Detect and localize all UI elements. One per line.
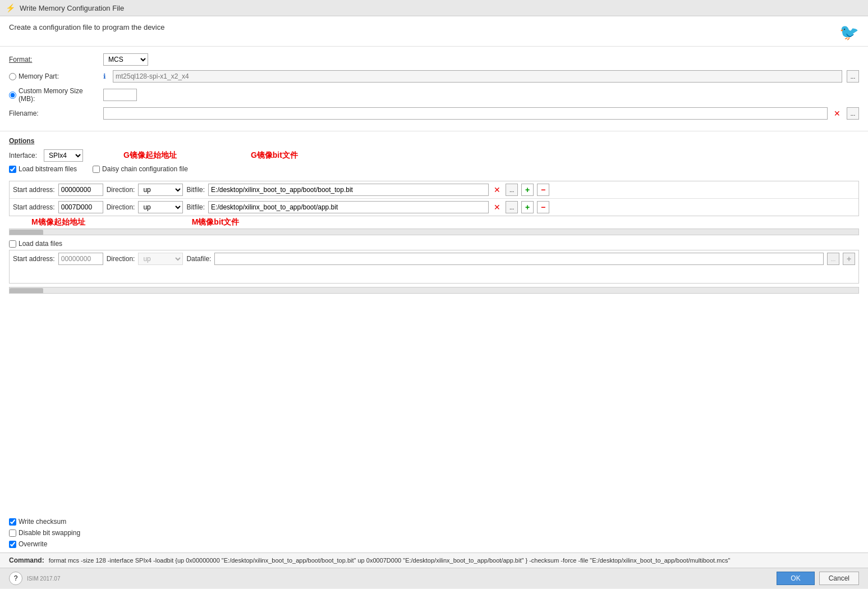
command-label: Command: — [9, 556, 44, 564]
footer-bar: ? ISIM 2017.07 OK Cancel — [0, 568, 868, 588]
start-addr-label-2: Start address: — [13, 203, 55, 211]
data-start-addr-input — [58, 253, 103, 265]
dialog-description: Create a configuration file to program t… — [9, 23, 165, 31]
command-text: format mcs -size 128 -interface SPIx4 -l… — [49, 557, 859, 564]
load-data-files-checkbox-label: Load data files — [9, 240, 859, 248]
data-files-table: Start address: Direction: up Datafile: .… — [9, 250, 859, 284]
m-bit-file-annotation: M镜像bit文件 — [192, 217, 240, 227]
filename-input[interactable]: E:/desktop/xilinx_boot_to_app/boot/multi… — [103, 107, 828, 120]
start-addr-input-2[interactable] — [58, 201, 103, 213]
dots-icon: ... — [851, 74, 855, 80]
disable-bit-swapping-label: Disable bit swapping — [9, 529, 859, 537]
bitfile-add-btn-1[interactable]: + — [521, 184, 534, 196]
bitstream-container: Start address: Direction: up down Bitfil… — [9, 179, 859, 227]
load-data-files-checkbox[interactable] — [9, 240, 16, 248]
options-checkboxes-row: Load bitstream files Daisy chain configu… — [9, 165, 859, 173]
bitstream-table: Start address: Direction: up down Bitfil… — [9, 181, 859, 216]
title-bar-text: Write Memory Configuration File — [20, 4, 124, 12]
memory-part-radio[interactable] — [9, 73, 16, 80]
datafiles-scrollbar-thumb — [10, 288, 43, 294]
bitfile-input-2[interactable] — [208, 201, 489, 213]
memory-part-row: Memory Part: ℹ ... — [9, 70, 859, 83]
bitfile-browse-btn-1[interactable]: ... — [506, 184, 518, 196]
bitfile-remove-btn-2[interactable]: − — [537, 201, 549, 213]
help-button[interactable]: ? — [9, 572, 22, 585]
bitfile-browse-btn-2[interactable]: ... — [506, 201, 518, 213]
command-bar: Command: format mcs -size 128 -interface… — [0, 553, 868, 568]
load-bitstream-checkbox[interactable] — [9, 166, 16, 173]
interface-label: Interface: — [9, 152, 37, 159]
dots-icon2: ... — [851, 111, 855, 117]
load-data-files-row: Load data files — [9, 240, 859, 248]
bitstream-scrollbar[interactable] — [9, 229, 859, 235]
scrollbar-thumb — [10, 230, 43, 235]
format-select[interactable]: MCS BIN — [103, 53, 148, 66]
g-bit-file-annotation: G镜像bit文件 — [251, 150, 298, 161]
custom-memory-size-radio[interactable] — [9, 92, 16, 99]
data-files-row: Start address: Direction: up Datafile: .… — [10, 250, 858, 267]
g-start-addr-annotation: G镜像起始地址 — [123, 150, 177, 161]
memory-part-input[interactable] — [113, 70, 842, 83]
custom-memory-size-input[interactable]: 128 — [103, 89, 137, 101]
dialog-header: Create a configuration file to program t… — [0, 16, 868, 47]
filename-row: Filename: E:/desktop/xilinx_boot_to_app/… — [9, 107, 859, 120]
bitfile-label-2: Bitfile: — [186, 203, 205, 211]
memory-part-label: Memory Part: — [19, 72, 59, 80]
bottom-options: Write checksum Disable bit swapping Over… — [0, 513, 868, 553]
filename-browse-btn[interactable]: ... — [847, 107, 859, 120]
options-section: Options Interface: SPIx4 SPIx1 SPIx2 G镜像… — [0, 131, 868, 513]
write-checksum-label: Write checksum — [9, 518, 859, 526]
options-title: Options — [9, 137, 859, 145]
daisy-chain-checkbox-label: Daisy chain configuration file — [93, 165, 188, 173]
options-interface-row: Interface: SPIx4 SPIx1 SPIx2 G镜像起始地址 G镜像… — [9, 149, 859, 162]
version-text: ISIM 2017.07 — [27, 576, 60, 582]
bitfile-clear-btn-2[interactable]: ✕ — [492, 202, 502, 212]
data-direction-select: up — [138, 253, 183, 265]
bitfile-remove-btn-1[interactable]: − — [537, 184, 549, 196]
overwrite-checkbox[interactable] — [9, 541, 16, 548]
clear-icon: ✕ — [834, 109, 841, 118]
ok-button[interactable]: OK — [777, 572, 814, 585]
dialog-body: Create a configuration file to program t… — [0, 16, 868, 588]
data-direction-label: Direction: — [107, 255, 135, 263]
bitstream-row-1: Start address: Direction: up down Bitfil… — [10, 181, 858, 199]
datafile-add-btn: + — [843, 253, 855, 265]
bitfile-label-1: Bitfile: — [186, 186, 205, 194]
format-label: Format: — [9, 56, 99, 63]
format-row: Format: MCS BIN — [9, 53, 859, 66]
bitfile-clear-btn-1[interactable]: ✕ — [492, 185, 502, 195]
custom-memory-size-label: Custom Memory Size (MB): — [19, 87, 99, 103]
footer-left: ? ISIM 2017.07 — [9, 572, 60, 585]
app-icon: ⚡ — [6, 3, 15, 12]
info-icon: ℹ — [103, 72, 106, 80]
bitfile-add-btn-2[interactable]: + — [521, 201, 534, 213]
title-bar: ⚡ Write Memory Configuration File — [0, 0, 868, 16]
daisy-chain-checkbox[interactable] — [93, 166, 100, 173]
bitstream-row-2: Start address: Direction: up down Bitfil… — [10, 199, 858, 216]
main-form-section: Format: MCS BIN Memory Part: ℹ ... Custo… — [0, 47, 868, 131]
filename-clear-btn[interactable]: ✕ — [832, 108, 842, 118]
write-checksum-checkbox[interactable] — [9, 518, 16, 526]
datafile-browse-btn: ... — [827, 253, 839, 265]
start-addr-label-1: Start address: — [13, 186, 55, 194]
datafiles-scrollbar[interactable] — [9, 287, 859, 294]
direction-select-2[interactable]: up down — [138, 201, 183, 213]
footer-right: OK Cancel — [777, 572, 859, 585]
datafile-input — [214, 253, 824, 265]
datafile-label: Datafile: — [186, 255, 211, 263]
m-start-addr-annotation: M镜像起始地址 — [31, 217, 85, 227]
direction-select-1[interactable]: up down — [138, 184, 183, 196]
xilinx-logo-icon: 🐦 — [839, 23, 859, 42]
bitfile-input-1[interactable] — [208, 184, 489, 196]
start-addr-input-1[interactable] — [58, 184, 103, 196]
direction-label-2: Direction: — [107, 203, 135, 211]
custom-memory-size-row: Custom Memory Size (MB): 128 — [9, 87, 859, 103]
m-annotations: M镜像起始地址 M镜像bit文件 — [9, 217, 859, 227]
direction-label-1: Direction: — [107, 186, 135, 194]
overwrite-label: Overwrite — [9, 540, 859, 548]
interface-select[interactable]: SPIx4 SPIx1 SPIx2 — [44, 149, 83, 162]
memory-part-browse-btn[interactable]: ... — [847, 70, 859, 83]
cancel-button[interactable]: Cancel — [819, 572, 859, 585]
disable-bit-swapping-checkbox[interactable] — [9, 529, 16, 537]
data-start-addr-label: Start address: — [13, 255, 55, 263]
